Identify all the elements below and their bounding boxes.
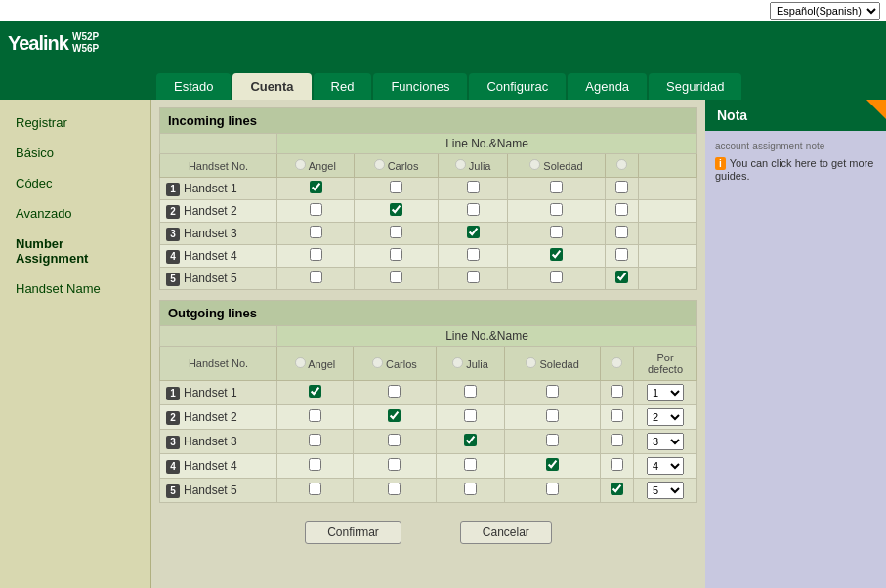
sidebar-item-handset-name[interactable]: Handset Name (0, 273, 150, 304)
incoming-h2-carlos-cb[interactable] (390, 203, 402, 216)
incoming-h1-empty-cell[interactable] (605, 178, 638, 200)
outgoing-h1-soledad-cb[interactable] (546, 385, 559, 398)
table-row: 3Handset 3 (160, 223, 697, 245)
table-row: 1Handset 1 (160, 178, 697, 200)
nota-corner-decoration (866, 100, 886, 119)
incoming-h2-angel-cb[interactable] (310, 203, 322, 216)
outgoing-h2-empty-cb[interactable] (611, 409, 623, 422)
outgoing-h1-default-select[interactable]: 12345 (647, 384, 684, 401)
incoming-h5-carlos-cb[interactable] (390, 271, 402, 283)
outgoing-carlos-radio-header (372, 357, 383, 368)
outgoing-h3-soledad-cb[interactable] (546, 434, 559, 446)
incoming-h1-carlos-cell[interactable] (355, 178, 439, 200)
incoming-h2-soledad-cb[interactable] (550, 203, 563, 216)
incoming-h1-soledad-cb[interactable] (550, 181, 563, 193)
nav-tab-configurac[interactable]: Configurac (469, 73, 566, 100)
nav-tab-cuenta[interactable]: Cuenta (232, 73, 311, 100)
outgoing-h3-carlos-cb[interactable] (388, 434, 401, 446)
incoming-empty-radio-header (616, 159, 627, 170)
outgoing-h1-julia-cb[interactable] (464, 385, 477, 398)
incoming-h3-empty-cb[interactable] (615, 226, 628, 238)
sidebar-item-basico[interactable]: Básico (0, 138, 150, 168)
outgoing-angel-radio-header (295, 357, 306, 368)
table-row: 5Handset 5 12345 (160, 479, 697, 503)
outgoing-handset-no-header: Handset No. (160, 347, 277, 381)
main-content: Incoming lines Line No.&Name Handset No.… (151, 100, 705, 588)
outgoing-h1-empty-cb[interactable] (611, 385, 623, 398)
sidebar-item-number-assignment[interactable]: Number Assignment (0, 229, 150, 273)
outgoing-section-header: Outgoing lines (160, 301, 697, 326)
incoming-h1-empty-cb[interactable] (615, 181, 628, 193)
table-row: 4Handset 4 12345 (160, 454, 697, 479)
incoming-h3-julia-cb[interactable] (467, 226, 480, 238)
sidebar-item-codec[interactable]: Códec (0, 168, 150, 198)
incoming-h1-julia-cell[interactable] (438, 178, 507, 200)
incoming-col-angel: Angel (277, 154, 355, 178)
incoming-h4-empty-cb[interactable] (615, 248, 628, 261)
incoming-h4-carlos-cb[interactable] (390, 248, 402, 261)
nav-tab-agenda[interactable]: Agenda (568, 73, 647, 100)
table-row: 2Handset 2 (160, 200, 697, 223)
outgoing-h2-carlos-cb[interactable] (388, 409, 401, 422)
incoming-h1-julia-cb[interactable] (467, 181, 480, 193)
cancel-button[interactable]: Cancelar (460, 521, 552, 544)
incoming-h3-soledad-cb[interactable] (550, 226, 563, 238)
incoming-col-spacer (639, 154, 697, 178)
outgoing-h5-empty-cb[interactable] (611, 483, 623, 495)
outgoing-h4-carlos-cb[interactable] (388, 458, 401, 471)
outgoing-h3-default-select[interactable]: 12345 (647, 433, 684, 450)
outgoing-h4-angel-cb[interactable] (309, 458, 321, 471)
outgoing-h1-carlos-cb[interactable] (388, 385, 401, 398)
incoming-h5-julia-cb[interactable] (467, 271, 480, 283)
outgoing-h3-angel-cb[interactable] (309, 434, 321, 446)
outgoing-h4-soledad-cb[interactable] (546, 458, 559, 471)
outgoing-h5-carlos-cb[interactable] (388, 483, 401, 495)
outgoing-h5-default-select[interactable]: 12345 (647, 482, 684, 499)
outgoing-h5-soledad-cb[interactable] (546, 483, 559, 495)
nota-header: Nota (705, 100, 886, 131)
incoming-h4-julia-cb[interactable] (467, 248, 480, 261)
incoming-h5-soledad-cb[interactable] (550, 271, 563, 283)
incoming-h2-julia-cb[interactable] (467, 203, 480, 216)
right-panel: Nota account-assignment-note iYou can cl… (705, 100, 886, 588)
outgoing-h2-soledad-cb[interactable] (546, 409, 559, 422)
outgoing-h2-angel-cb[interactable] (309, 409, 321, 422)
nota-id: account-assignment-note (715, 141, 876, 151)
incoming-h5-label: 5Handset 5 (160, 268, 277, 290)
outgoing-h5-julia-cb[interactable] (464, 483, 477, 495)
outgoing-h4-default-select[interactable]: 12345 (647, 457, 684, 475)
incoming-col-empty (605, 154, 638, 178)
sidebar-item-avanzado[interactable]: Avanzado (0, 198, 150, 229)
outgoing-col-julia: Julia (436, 347, 504, 381)
nav-tab-seguridad[interactable]: Seguridad (649, 73, 741, 100)
incoming-h1-soledad-cell[interactable] (508, 178, 605, 200)
incoming-h2-empty-cb[interactable] (615, 203, 628, 216)
incoming-h3-carlos-cb[interactable] (390, 226, 402, 238)
confirm-button[interactable]: Confirmar (305, 521, 401, 544)
outgoing-h1-angel-cb[interactable] (309, 385, 321, 398)
outgoing-h3-julia-cb[interactable] (464, 434, 477, 446)
incoming-h5-empty-cb[interactable] (615, 271, 628, 283)
outgoing-lines-table: Outgoing lines Line No.&Name Handset No.… (159, 300, 697, 503)
outgoing-h4-empty-cb[interactable] (611, 458, 623, 471)
incoming-h1-angel-cb[interactable] (310, 181, 322, 193)
sidebar: RegistrarBásicoCódecAvanzadoNumber Assig… (0, 100, 151, 588)
language-select[interactable]: Español(Spanish) English (770, 2, 880, 20)
incoming-h4-angel-cb[interactable] (310, 248, 322, 261)
nav-tab-funciones[interactable]: Funciones (373, 73, 467, 100)
outgoing-h3-empty-cb[interactable] (611, 434, 623, 446)
nav-tab-estado[interactable]: Estado (156, 73, 231, 100)
sidebar-item-registrar[interactable]: Registrar (0, 107, 150, 138)
outgoing-h2-julia-cb[interactable] (464, 409, 477, 422)
incoming-h3-angel-cb[interactable] (310, 226, 322, 238)
nota-text-content: You can click here to get more guides. (715, 157, 873, 182)
outgoing-h4-julia-cb[interactable] (464, 458, 477, 471)
incoming-h1-carlos-cb[interactable] (390, 181, 402, 193)
incoming-h1-label: 1Handset 1 (160, 178, 277, 200)
outgoing-h2-default-select[interactable]: 12345 (647, 408, 684, 426)
incoming-h4-soledad-cb[interactable] (550, 248, 563, 261)
incoming-h1-angel-cell[interactable] (277, 178, 355, 200)
outgoing-h5-angel-cb[interactable] (309, 483, 321, 495)
incoming-h5-angel-cb[interactable] (310, 271, 322, 283)
nav-tab-red[interactable]: Red (314, 73, 372, 100)
